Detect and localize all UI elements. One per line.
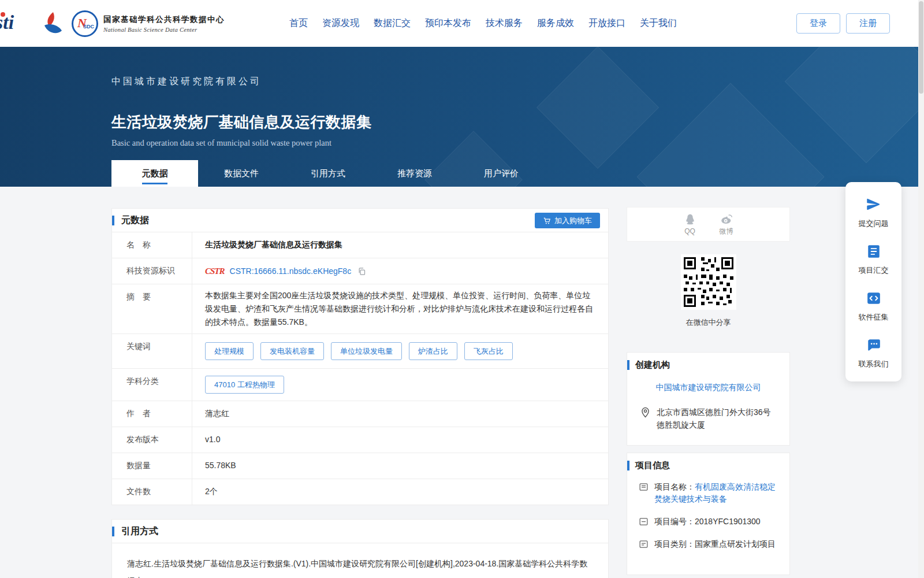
keyword-tag[interactable]: 飞灰占比 xyxy=(464,342,513,360)
metadata-row-name: 名 称 生活垃圾焚烧厂基础信息及运行数据集 xyxy=(112,232,608,258)
software-collection-button[interactable]: 软件征集 xyxy=(845,283,901,330)
software-collection-label: 软件征集 xyxy=(845,312,901,323)
metadata-row-subject: 学科分类 47010 工程热物理 xyxy=(112,368,608,401)
creator-address: 北京市西城区德胜门外大街36号德胜凯旋大厦 xyxy=(657,406,778,431)
logo-area: sti NSDC 国家基础学科公共科学数据中心 National Basic S… xyxy=(0,0,225,47)
scrollbar-track[interactable] xyxy=(918,0,924,578)
add-to-cart-label: 加入购物车 xyxy=(554,216,592,226)
creator-card-header: 创建机构 xyxy=(627,353,789,377)
project-card-header: 项目信息 xyxy=(627,453,789,477)
project-submission-label: 项目汇交 xyxy=(845,265,901,276)
floating-quick-panel: 提交问题 项目汇交 软件征集 联系我们 xyxy=(845,182,901,381)
register-button[interactable]: 注册 xyxy=(846,13,890,34)
metadata-table: 名 称 生活垃圾焚烧厂基础信息及运行数据集 科技资源标识 CSTR CSTR:1… xyxy=(112,232,608,505)
metadata-row-abstract: 摘 要 本数据集主要对全国200座生活垃圾焚烧设施的技术类型、处理规模、单位投资… xyxy=(112,284,608,334)
dataset-title: 生活垃圾焚烧厂基础信息及运行数据集 xyxy=(111,112,372,132)
row-label: 作 者 xyxy=(112,401,192,427)
nav-home[interactable]: 首页 xyxy=(289,17,308,29)
keyword-tag[interactable]: 处理规模 xyxy=(205,342,254,360)
hero-banner: 中国城市建设研究院有限公司 生活垃圾焚烧厂基础信息及运行数据集 Basic an… xyxy=(0,47,924,187)
contact-us-button[interactable]: 联系我们 xyxy=(845,330,901,377)
metadata-section-title: 元数据 xyxy=(121,209,149,232)
citation-section-title: 引用方式 xyxy=(121,520,158,543)
nav-about-us[interactable]: 关于我们 xyxy=(640,17,677,29)
project-code-row: 项目编号：2018YFC1901300 xyxy=(627,512,789,535)
code-icon xyxy=(866,291,881,306)
add-to-cart-button[interactable]: 加入购物车 xyxy=(535,213,600,228)
nbsdc-name-cn: 国家基础学科公共科学数据中心 xyxy=(103,14,225,25)
row-label: 发布版本 xyxy=(112,427,192,453)
metadata-row-cstr: 科技资源标识 CSTR CSTR:16666.11.nbsdc.eKHegF8c xyxy=(112,258,608,284)
metadata-card-header: 元数据 加入购物车 xyxy=(112,209,608,232)
cstr-identifier-link[interactable]: CSTR:16666.11.nbsdc.eKHegF8c xyxy=(230,266,352,276)
wechat-share-caption: 在微信中分享 xyxy=(627,317,790,328)
share-weibo-button[interactable]: 微博 xyxy=(720,213,733,236)
wechat-share-block: 在微信中分享 xyxy=(627,254,790,328)
row-label: 摘 要 xyxy=(112,284,192,334)
paper-plane-icon xyxy=(866,197,881,212)
section-accent-bar xyxy=(112,216,114,225)
project-section-title: 项目信息 xyxy=(635,453,670,477)
metadata-row-version: 发布版本 v1.0 xyxy=(112,427,608,453)
share-weibo-label: 微博 xyxy=(720,227,733,236)
share-card: QQ 微博 xyxy=(627,207,790,242)
dataset-organization: 中国城市建设研究院有限公司 xyxy=(111,76,262,88)
section-accent-bar xyxy=(112,527,114,536)
citation-card-header: 引用方式 xyxy=(112,520,608,543)
share-qq-label: QQ xyxy=(684,227,695,235)
tab-metadata[interactable]: 元数据 xyxy=(111,160,198,187)
creator-org-link[interactable]: 中国城市建设研究院有限公司 xyxy=(638,383,779,393)
nav-open-api[interactable]: 开放接口 xyxy=(588,17,625,29)
nav-preprint[interactable]: 预印本发布 xyxy=(425,17,471,29)
nav-service-results[interactable]: 服务成效 xyxy=(537,17,574,29)
row-label: 科技资源标识 xyxy=(112,258,192,284)
scrollbar-thumb[interactable] xyxy=(919,1,923,94)
dataset-tabs: 元数据 数据文件 引用方式 推荐资源 用户评价 xyxy=(111,160,545,187)
nav-data-submission[interactable]: 数据汇交 xyxy=(374,17,411,29)
keyword-tag[interactable]: 发电装机容量 xyxy=(260,342,324,360)
list-icon xyxy=(866,244,881,259)
submit-question-button[interactable]: 提交问题 xyxy=(845,189,901,236)
tab-data-files[interactable]: 数据文件 xyxy=(198,160,285,187)
qq-icon xyxy=(684,213,696,226)
project-name-row: 项目名称：有机固废高效清洁稳定焚烧关键技术与装备 xyxy=(627,477,789,512)
nav-resource-discovery[interactable]: 资源发现 xyxy=(322,17,359,29)
section-accent-bar xyxy=(627,461,629,470)
project-type-value: 国家重点研发计划项目 xyxy=(695,539,776,549)
auth-buttons: 登录 注册 xyxy=(796,13,890,34)
hero-decoration-cube xyxy=(785,47,924,163)
login-button[interactable]: 登录 xyxy=(796,13,840,34)
tab-recommended-resources[interactable]: 推荐资源 xyxy=(371,160,458,187)
nbsdc-logo-icon: NSDC xyxy=(72,10,98,37)
hero-decoration-cube xyxy=(636,83,824,187)
tab-citation[interactable]: 引用方式 xyxy=(285,160,371,187)
keyword-tag[interactable]: 炉渣占比 xyxy=(409,342,457,360)
project-name-label: 项目名称： xyxy=(654,482,695,491)
main-content: 元数据 加入购物车 名 称 生活垃圾焚烧厂基础信息及运行数据集 科技资源标识 xyxy=(0,187,924,578)
cart-icon xyxy=(543,217,551,225)
citation-card: 引用方式 蒲志红.生活垃圾焚烧厂基础信息及运行数据集.(V1).中国城市建设研究… xyxy=(111,519,609,578)
nbsdc-name-en: National Basic Science Data Center xyxy=(103,27,225,33)
nav-tech-services[interactable]: 技术服务 xyxy=(486,17,523,29)
top-header: sti NSDC 国家基础学科公共科学数据中心 National Basic S… xyxy=(0,0,924,47)
project-submission-button[interactable]: 项目汇交 xyxy=(845,236,901,283)
nstl-logo-dot xyxy=(1,12,5,17)
copy-icon[interactable] xyxy=(357,267,366,276)
tab-user-reviews[interactable]: 用户评价 xyxy=(458,160,545,187)
project-code-label: 项目编号： xyxy=(654,517,695,526)
dataset-abstract: 本数据集主要对全国200座生活垃圾焚烧设施的技术类型、处理规模、单位投资、运行时… xyxy=(192,284,608,334)
right-sidebar: QQ 微博 在微信中分享 xyxy=(627,207,790,575)
metadata-card: 元数据 加入购物车 名 称 生活垃圾焚烧厂基础信息及运行数据集 科技资源标识 xyxy=(111,208,609,505)
location-pin-icon xyxy=(640,407,651,418)
wechat-qr-code xyxy=(681,254,736,310)
nbsdc-logo: NSDC 国家基础学科公共科学数据中心 National Basic Scien… xyxy=(72,10,225,37)
subject-tag[interactable]: 47010 工程热物理 xyxy=(205,376,284,394)
creator-section-title: 创建机构 xyxy=(635,353,670,377)
creator-address-row: 北京市西城区德胜门外大街36号德胜凯旋大厦 xyxy=(627,393,789,445)
hero-decoration-cube xyxy=(536,47,659,169)
share-qq-button[interactable]: QQ xyxy=(684,213,696,235)
citation-text: 蒲志红.生活垃圾焚烧厂基础信息及运行数据集.(V1).中国城市建设研究院有限公司… xyxy=(112,543,608,578)
project-type-label: 项目类别： xyxy=(654,539,695,549)
submit-question-label: 提交问题 xyxy=(845,218,901,229)
keyword-tag[interactable]: 单位垃圾发电量 xyxy=(331,342,402,360)
